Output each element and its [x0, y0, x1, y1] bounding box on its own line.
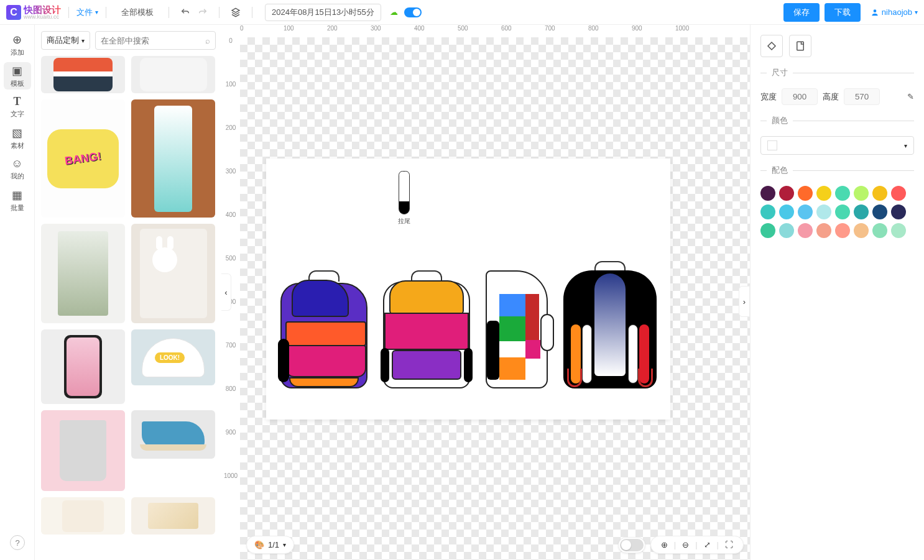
zoom-in-button[interactable]: ⊕	[658, 540, 670, 549]
color-swatch[interactable]	[779, 223, 794, 238]
artboard[interactable]: 拉尾	[266, 158, 670, 420]
color-swatch[interactable]	[760, 204, 775, 219]
color-swatch[interactable]	[835, 186, 850, 201]
backpack-front[interactable]	[280, 277, 367, 388]
template-thumb[interactable]	[131, 224, 215, 323]
chevron-down-icon: ▾	[915, 9, 918, 16]
template-thumb[interactable]	[41, 56, 125, 93]
fit-screen-button[interactable]: ⤢	[701, 540, 713, 549]
template-grid[interactable]: BANG! LOOK!	[35, 56, 221, 560]
collapse-panel-button[interactable]: ‹	[221, 273, 231, 311]
rail-asset[interactable]: ▧素材	[4, 124, 31, 152]
rail-template[interactable]: ▣模板	[4, 62, 31, 90]
palette	[760, 186, 914, 238]
color-swatch[interactable]	[798, 186, 813, 201]
color-swatch[interactable]	[779, 204, 794, 219]
image-icon: ▧	[12, 126, 22, 140]
autosave-toggle[interactable]	[404, 7, 422, 17]
canvas-viewport[interactable]: 拉尾 🎨 1/1 ▾	[240, 37, 750, 560]
color-select[interactable]: ▾	[760, 136, 914, 155]
rail-mine[interactable]: ☺我的	[4, 155, 31, 183]
color-swatch[interactable]	[854, 186, 869, 201]
tab-page[interactable]	[789, 35, 811, 57]
template-panel: 商品定制▾ ⌕ BANG! LOOK!	[35, 25, 221, 560]
user-icon	[871, 8, 879, 17]
plus-circle-icon: ⊕	[12, 33, 22, 47]
template-thumb[interactable]	[41, 224, 125, 323]
color-swatch[interactable]	[891, 186, 906, 201]
search-box[interactable]: ⌕	[95, 31, 216, 50]
color-swatch[interactable]	[891, 223, 906, 238]
color-swatch[interactable]	[798, 223, 813, 238]
grid-icon: ▦	[12, 188, 22, 202]
color-swatch[interactable]	[835, 204, 850, 219]
width-label: 宽度	[760, 91, 777, 103]
search-icon: ⌕	[205, 36, 210, 45]
tab-style[interactable]	[760, 35, 783, 57]
color-swatch[interactable]	[835, 223, 850, 238]
search-input[interactable]	[101, 36, 205, 45]
chevron-down-icon: ▾	[81, 37, 85, 44]
edit-size-button[interactable]: ✎	[907, 92, 914, 101]
color-swatch[interactable]	[872, 223, 887, 238]
color-swatch[interactable]	[760, 223, 775, 238]
color-swatch[interactable]	[760, 186, 775, 201]
template-thumb[interactable]	[131, 56, 215, 93]
template-icon: ▣	[12, 64, 22, 78]
category-dropdown[interactable]: 商品定制▾	[41, 31, 90, 50]
color-swatch[interactable]	[779, 186, 794, 201]
fullscreen-button[interactable]: ⛶	[723, 540, 736, 549]
rail-batch[interactable]: ▦批量	[4, 186, 31, 214]
text-icon: T	[13, 95, 21, 108]
zoom-out-button[interactable]: ⊖	[680, 540, 691, 549]
help-button[interactable]: ?	[10, 535, 25, 550]
template-thumb[interactable]: LOOK!	[131, 329, 215, 385]
rail-add[interactable]: ⊕添加	[4, 31, 31, 58]
template-thumb[interactable]	[41, 497, 125, 535]
page-icon	[795, 40, 806, 52]
undo-button[interactable]	[177, 4, 194, 21]
file-menu[interactable]: 文件 ▾	[76, 7, 98, 18]
template-thumb[interactable]	[131, 410, 215, 459]
template-thumb[interactable]	[131, 99, 215, 218]
user-name: nihaojob	[882, 7, 912, 17]
template-thumb[interactable]: BANG!	[41, 99, 125, 218]
color-swatch[interactable]	[872, 186, 887, 201]
logo-text-cn: 快图设计	[24, 5, 61, 14]
backpack-front-alt[interactable]	[383, 277, 470, 388]
color-swatch[interactable]	[816, 204, 831, 219]
backpack-side[interactable]	[486, 270, 548, 388]
main: ⊕添加 ▣模板 T文字 ▧素材 ☺我的 ▦批量 商品定制▾ ⌕ BANG! LO…	[0, 25, 924, 560]
page-indicator[interactable]: 🎨 1/1 ▾	[246, 536, 294, 554]
template-thumb[interactable]	[41, 329, 125, 404]
color-swatch[interactable]	[854, 223, 869, 238]
palette-icon: 🎨	[254, 540, 264, 549]
template-thumb[interactable]	[131, 497, 215, 535]
download-button[interactable]: 下载	[825, 3, 861, 22]
template-thumb[interactable]	[41, 410, 125, 491]
width-input[interactable]	[782, 88, 818, 105]
collapse-right-button[interactable]: ›	[739, 286, 750, 317]
logo[interactable]: C 快图设计 www.kuaitu.cc	[6, 5, 61, 20]
save-button[interactable]: 保存	[783, 3, 820, 22]
layers-button[interactable]	[227, 4, 244, 21]
document-title[interactable]: 2024年08月15日13小时55分	[265, 4, 381, 21]
backpack-back[interactable]	[563, 267, 657, 388]
color-swatch[interactable]	[872, 204, 887, 219]
rail-text[interactable]: T文字	[4, 93, 31, 121]
person-icon: ☺	[11, 157, 22, 170]
view-toggle[interactable]	[618, 537, 645, 553]
color-swatch[interactable]	[891, 204, 906, 219]
height-label: 高度	[823, 91, 839, 103]
all-templates-link[interactable]: 全部模板	[121, 7, 154, 18]
color-swatch[interactable]	[816, 223, 831, 238]
user-menu[interactable]: nihaojob ▾	[871, 7, 918, 17]
zipper-element[interactable]: 拉尾	[398, 171, 410, 226]
height-input[interactable]	[844, 88, 880, 105]
color-swatch[interactable]	[816, 186, 831, 201]
paint-icon	[766, 40, 777, 52]
ruler-horizontal: 01002003004005006007008009001000	[221, 25, 750, 37]
redo-button[interactable]	[194, 4, 211, 21]
color-swatch[interactable]	[854, 204, 869, 219]
color-swatch[interactable]	[798, 204, 813, 219]
